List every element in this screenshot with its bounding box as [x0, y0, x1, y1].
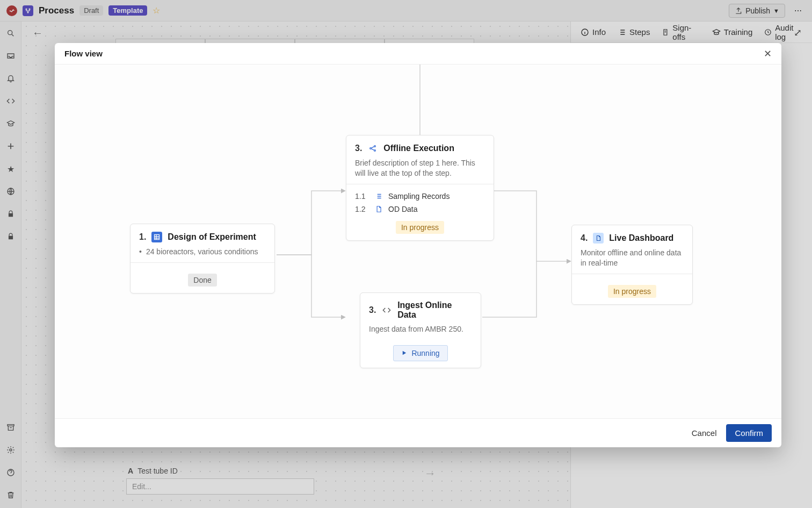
node-desc: Ingest data from AMBR 250.	[369, 324, 472, 334]
node-num: 1.	[139, 232, 146, 242]
share-icon	[367, 143, 378, 154]
file-icon	[593, 233, 604, 244]
node-desc: Monitor offline and online data in real-…	[581, 248, 684, 268]
node-num: 3.	[369, 305, 376, 315]
status-progress: In progress	[608, 285, 656, 298]
modal-body: 1. Design of Experiment • 24 bioreactors…	[55, 65, 781, 418]
close-icon[interactable]: ✕	[764, 48, 772, 60]
node-desc: 24 bioreactors, various conditions	[146, 247, 258, 257]
grid-icon	[151, 232, 162, 242]
node-offline[interactable]: 3. Offline Execution Brief description o…	[346, 135, 494, 241]
cancel-button[interactable]: Cancel	[692, 428, 717, 438]
node-title: Ingest Online Data	[397, 300, 472, 320]
node-title: Offline Execution	[383, 144, 454, 153]
node-dashboard[interactable]: 4. Live Dashboard Monitor offline and on…	[571, 225, 693, 305]
node-num: 3.	[355, 144, 362, 153]
node-title: Design of Experiment	[168, 232, 256, 242]
svg-point-10	[370, 148, 372, 149]
flow-view-modal: Flow view ✕ 1.	[55, 43, 781, 447]
sub-od-data[interactable]: 1.2 OD Data	[355, 203, 485, 216]
modal-header: Flow view ✕	[55, 43, 781, 65]
svg-rect-9	[155, 235, 160, 240]
node-design[interactable]: 1. Design of Experiment • 24 bioreactors…	[130, 224, 275, 294]
node-ingest[interactable]: 3. Ingest Online Data Ingest data from A…	[360, 292, 481, 368]
confirm-button[interactable]: Confirm	[726, 424, 772, 442]
status-progress: In progress	[396, 221, 444, 234]
status-done: Done	[188, 274, 216, 287]
node-title: Live Dashboard	[609, 233, 673, 243]
play-icon	[401, 349, 407, 357]
file-icon	[374, 205, 383, 213]
node-num: 4.	[581, 233, 588, 243]
status-running[interactable]: Running	[393, 345, 447, 361]
node-desc: Brief description of step 1 here. This w…	[355, 158, 485, 178]
sub-sampling-records[interactable]: 1.1 Sampling Records	[355, 190, 485, 203]
code-icon	[381, 305, 392, 316]
list-icon	[374, 192, 383, 201]
modal-footer: Cancel Confirm	[55, 418, 781, 447]
svg-point-11	[374, 146, 376, 147]
modal-title: Flow view	[64, 49, 103, 58]
bullet-icon: •	[139, 247, 142, 257]
svg-point-12	[374, 150, 376, 152]
